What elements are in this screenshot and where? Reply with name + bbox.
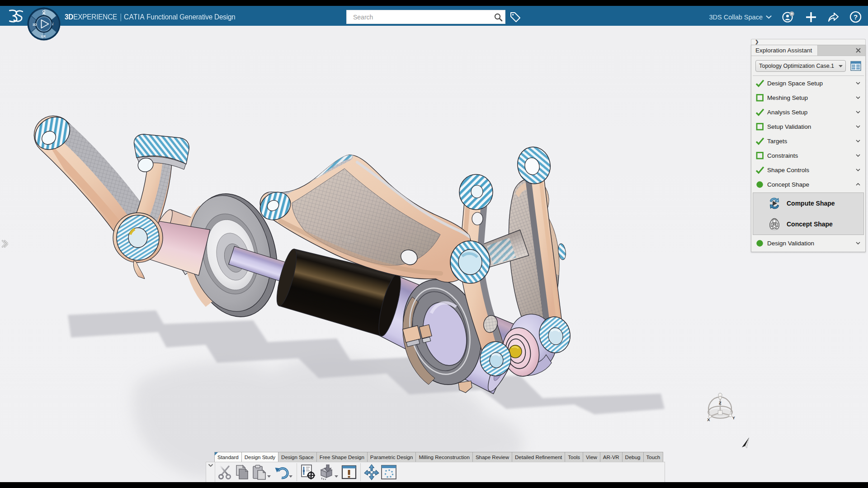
title-separator: | (117, 12, 124, 21)
step-label: Constraints (764, 152, 854, 159)
collapse-chevron-icon: ❯ (755, 39, 759, 44)
import-dropdown-arrow[interactable] (335, 471, 338, 479)
tab-view[interactable]: View (583, 452, 600, 462)
help-button[interactable]: ? (849, 11, 862, 23)
collab-space-selector[interactable]: 3DS Collab Space (709, 14, 772, 21)
step-row-constraints[interactable]: Constraints (751, 148, 865, 163)
undo-button[interactable] (272, 463, 294, 482)
step-row-design-validation[interactable]: Design Validation (751, 236, 865, 250)
paste-button[interactable] (250, 463, 272, 482)
tab-milling-reconstruction[interactable]: Milling Reconstruction (415, 452, 473, 462)
update-button[interactable] (300, 463, 317, 482)
tab-free-shape-design[interactable]: Free Shape Design (316, 452, 368, 462)
concept-shape-icon (768, 217, 781, 231)
search-box (346, 10, 505, 24)
step-label: Analysis Setup (764, 109, 854, 116)
step-expand-chevron[interactable] (854, 125, 862, 128)
tab-design-space[interactable]: Design Space (278, 452, 317, 462)
step-label: Meshing Setup (764, 94, 854, 101)
panel-expander-chevron[interactable] (1, 239, 8, 248)
step-row-targets[interactable]: Targets (751, 134, 865, 148)
tab-ar-vr[interactable]: AR-VR (600, 452, 623, 462)
step-row-concept-shape[interactable]: Concept Shape (751, 177, 865, 192)
share-button[interactable] (827, 11, 840, 23)
status-check-icon (755, 122, 764, 131)
step-expand-chevron[interactable] (854, 169, 862, 171)
application-window: 3D i V,R 3DEXPERIENCE|CATIA Functional G… (0, 0, 868, 488)
step-expand-chevron[interactable] (854, 111, 862, 113)
search-icon[interactable] (491, 10, 505, 24)
model-fork-arm[interactable] (28, 110, 210, 279)
svg-text:Z: Z (719, 401, 722, 405)
share-arrow-icon (827, 11, 840, 23)
compute-shape-icon (768, 197, 781, 210)
step-row-analysis-setup[interactable]: Analysis Setup (751, 105, 865, 119)
brand-light: EXPERIENCE (73, 13, 117, 21)
import-button[interactable] (317, 463, 340, 482)
status-check-icon (755, 239, 764, 248)
compass-widget[interactable]: 3D i V,R (27, 7, 61, 41)
step-row-design-space-setup[interactable]: Design Space Setup (751, 76, 865, 90)
panel-close-button[interactable] (854, 47, 862, 54)
status-check-icon (755, 180, 764, 189)
case-table-button[interactable] (850, 61, 862, 71)
assistant-step-list: Design Space Setup Meshing Setup (751, 76, 865, 250)
cad-model-scene[interactable] (0, 26, 868, 482)
tab-detailed-refinement[interactable]: Detailed Refinement (512, 452, 565, 462)
3ds-logo[interactable] (7, 9, 24, 23)
step-expand-chevron[interactable] (854, 242, 862, 244)
paste-icon (252, 465, 267, 480)
top-bar: 3D i V,R 3DEXPERIENCE|CATIA Functional G… (0, 6, 868, 26)
step-row-shape-controls[interactable]: Shape Controls (751, 163, 865, 177)
case-dropdown[interactable]: Topology Optimization Case.1 (755, 60, 846, 72)
step-expand-chevron[interactable] (854, 140, 862, 142)
step-expand-chevron[interactable] (854, 96, 862, 99)
mouse-cursor (741, 436, 750, 449)
copy-button[interactable] (233, 463, 250, 482)
svg-text:3D: 3D (33, 23, 37, 26)
viewport-3d[interactable]: X Y Z (0, 26, 868, 482)
tab-parametric-design[interactable]: Parametric Design (367, 452, 416, 462)
step-label: Targets (764, 138, 854, 145)
report-button[interactable] (340, 463, 358, 482)
compute-shape-label: Compute Shape (787, 200, 835, 207)
step-row-setup-validation[interactable]: Setup Validation (751, 119, 865, 134)
concept-shape-action[interactable]: Concept Shape (753, 214, 863, 235)
cut-button[interactable] (216, 463, 233, 482)
marquee-select-button[interactable] (380, 463, 398, 482)
status-check-icon (755, 151, 764, 160)
step-label: Shape Controls (764, 167, 854, 174)
compute-shape-action[interactable]: Compute Shape (753, 193, 863, 214)
tab-design-study[interactable]: Design Study (241, 452, 278, 462)
tab-shape-review[interactable]: Shape Review (472, 452, 512, 462)
top-black-strip (0, 0, 868, 6)
move-button[interactable] (363, 463, 380, 482)
tag-icon[interactable] (509, 11, 522, 23)
brand-bold: 3D (65, 13, 73, 21)
step-row-meshing-setup[interactable]: Meshing Setup (751, 90, 865, 105)
step-expand-chevron[interactable] (854, 82, 862, 84)
tab-standard[interactable]: Standard (214, 452, 242, 462)
undo-dropdown-arrow[interactable] (289, 471, 292, 479)
step-expand-chevron[interactable] (854, 154, 862, 157)
search-input[interactable] (347, 14, 491, 21)
tab-debug[interactable]: Debug (622, 452, 644, 462)
paste-dropdown-arrow[interactable] (267, 471, 271, 479)
action-bar-tabs: Standard Design Study Design Space Free … (214, 452, 663, 462)
topbar-right-cluster: 3DS Collab Space (709, 6, 862, 26)
panel-collapse-strip[interactable]: ❯ (751, 39, 866, 45)
add-content-button[interactable] (805, 11, 817, 23)
marquee-selection-icon (381, 465, 397, 480)
step-collapse-chevron[interactable] (854, 183, 862, 186)
axis-triad[interactable]: X Y Z (703, 392, 737, 426)
panel-tab-exploration-assistant[interactable]: Exploration Assistant (751, 45, 818, 56)
step-label: Design Space Setup (764, 80, 854, 87)
toolbar-separator (360, 463, 361, 481)
tab-tools[interactable]: Tools (565, 452, 583, 462)
tab-touch[interactable]: Touch (643, 452, 664, 462)
user-profile-button[interactable] (782, 10, 795, 24)
step-label: Design Validation (764, 240, 854, 247)
close-icon (855, 47, 861, 53)
toolbar-collapse-button[interactable] (207, 462, 215, 482)
app-title: 3DEXPERIENCE|CATIA Functional Generative… (65, 12, 236, 21)
